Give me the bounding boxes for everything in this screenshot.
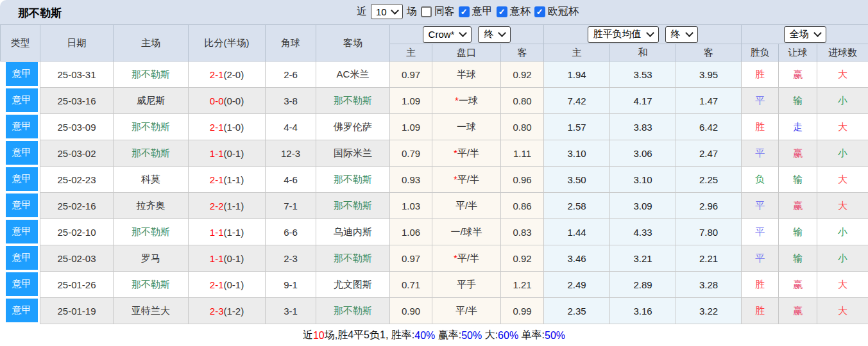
avg-win-cell: 1.57 <box>544 114 610 140</box>
result-cell: 平 <box>742 88 779 114</box>
avg-draw-cell: 3.10 <box>610 167 676 193</box>
avg-win-cell: 3.46 <box>544 245 610 272</box>
result-cell: 平 <box>742 219 779 245</box>
recent-count-select[interactable]: 10 <box>371 4 403 19</box>
table-row: 意甲25-01-19亚特兰大2-3(1-2)3-1那不勒斯0.90平/半0.99… <box>1 298 868 324</box>
sub-header-odds-away: 客 <box>501 44 544 62</box>
away-team-cell: 乌迪内斯 <box>316 219 390 245</box>
same-venue-checkbox[interactable]: ✓ <box>421 6 432 17</box>
league-cell: 意甲 <box>1 62 40 88</box>
avg-win-cell: 2.35 <box>544 298 610 324</box>
away-team-cell: 国际米兰 <box>316 140 390 167</box>
avg-win-cell: 1.44 <box>544 219 610 245</box>
away-odds-cell: 0.96 <box>501 167 544 193</box>
star-icon: * <box>454 147 457 158</box>
avg-lose-cell: 3.95 <box>676 62 742 88</box>
table-row: 意甲25-03-16威尼斯0-0(0-0)3-8那不勒斯1.09*一球0.807… <box>1 88 868 114</box>
handicap-cell: 平/半 <box>432 193 501 219</box>
league-cell: 意甲 <box>1 88 40 114</box>
table-row: 意甲25-02-16拉齐奥2-2(1-1)7-1那不勒斯1.03平/半0.862… <box>1 193 868 219</box>
avg-draw-cell: 3.53 <box>610 62 676 88</box>
result-cell: 平 <box>742 140 779 167</box>
check-icon: ✓ <box>536 8 543 16</box>
odds-company-select[interactable]: Crow* <box>423 26 472 43</box>
league-cell: 意甲 <box>1 193 40 219</box>
sub-header-handicap-result: 让球 <box>779 44 817 62</box>
coppa-italia-checkbox[interactable]: ✓ <box>497 6 507 17</box>
away-odds-cell: 0.80 <box>501 114 544 140</box>
goals-cell: 小 <box>817 140 868 167</box>
avg-type-select[interactable]: 胜平负均值 <box>588 26 659 43</box>
avg-draw-cell: 3.16 <box>610 298 676 324</box>
handicap-cell: 半球 <box>432 62 501 88</box>
avg-lose-cell: 3.28 <box>676 272 742 298</box>
home-team-cell: 拉齐奥 <box>114 193 189 219</box>
filter-same-venue[interactable]: ✓ 同客 <box>421 5 455 19</box>
star-icon: * <box>455 95 459 106</box>
handicap-result-cell: 输 <box>779 88 817 114</box>
handicap-result-cell: 输 <box>779 219 817 245</box>
result-cell: 平 <box>742 245 779 272</box>
chevron-down-icon <box>646 29 654 37</box>
result-cell: 胜 <box>742 298 779 324</box>
handicap-result-cell: 赢 <box>779 272 817 298</box>
home-odds-cell: 1.09 <box>390 114 432 140</box>
avg-lose-cell: 3.22 <box>676 298 742 324</box>
match-scope-value: 全场 <box>790 28 809 40</box>
date-cell: 25-03-16 <box>40 88 114 114</box>
home-odds-cell: 0.79 <box>390 140 432 167</box>
corners-cell: 12-3 <box>266 140 316 167</box>
league-badge: 意甲 <box>6 115 38 138</box>
sub-header-odds-home: 主 <box>390 44 432 62</box>
score-cell: 2-1(2-0) <box>189 62 266 88</box>
result-cell: 胜 <box>742 114 779 140</box>
summary-segment: 大: <box>482 329 498 342</box>
league-badge: 意甲 <box>6 220 38 243</box>
away-odds-cell: 0.92 <box>501 62 544 88</box>
league-cell: 意甲 <box>1 272 40 298</box>
summary-segment: 50% <box>545 330 565 342</box>
col-header-type: 类型 <box>1 25 40 62</box>
avg-lose-cell: 1.47 <box>676 88 742 114</box>
filter-coppa-italia[interactable]: ✓ 意杯 <box>497 5 531 19</box>
match-scope-select[interactable]: 全场 <box>784 26 826 43</box>
score-cell: 2-3(1-2) <box>189 298 266 324</box>
league-badge: 意甲 <box>6 62 38 86</box>
page-title: 那不勒斯 <box>18 6 62 21</box>
away-team-cell: 那不勒斯 <box>316 298 390 324</box>
goals-cell: 大 <box>817 193 868 219</box>
corners-cell: 4-4 <box>266 114 316 140</box>
filter-champions-league[interactable]: ✓ 欧冠杯 <box>534 5 579 19</box>
score-cell: 1-1(0-1) <box>189 245 266 272</box>
filter-serie-a[interactable]: ✓ 意甲 <box>459 5 493 19</box>
date-cell: 25-03-09 <box>40 114 114 140</box>
avg-time-select[interactable]: 终 <box>665 26 698 43</box>
filter-bar: 近 10 场 ✓ 同客 ✓ 意甲 ✓ 意杯 ✓ 欧冠杯 <box>357 4 579 19</box>
away-odds-cell: 1.21 <box>501 272 544 298</box>
home-odds-cell: 1.09 <box>390 88 432 114</box>
odds-time-select[interactable]: 终 <box>478 26 511 43</box>
away-team-cell: 那不勒斯 <box>316 245 390 272</box>
avg-draw-cell: 3.09 <box>610 193 676 219</box>
star-icon: * <box>454 174 457 185</box>
date-cell: 25-02-03 <box>40 245 114 272</box>
result-cell: 平 <box>742 193 779 219</box>
col-header-away: 客场 <box>316 25 390 62</box>
champions-league-checkbox[interactable]: ✓ <box>534 6 545 17</box>
serie-a-checkbox[interactable]: ✓ <box>459 6 470 17</box>
home-odds-cell: 0.90 <box>390 298 432 324</box>
avg-lose-cell: 7.80 <box>676 219 742 245</box>
goals-cell: 小 <box>817 88 868 114</box>
away-odds-cell: 0.80 <box>501 88 544 114</box>
summary-segment: 40% <box>414 330 435 342</box>
goals-cell: 大 <box>817 298 868 324</box>
league-badge: 意甲 <box>6 167 38 191</box>
table-row: 意甲25-02-23科莫2-1(1-1)4-6那不勒斯0.93*平/半0.963… <box>1 167 868 193</box>
score-cell: 0-0(0-0) <box>189 88 266 114</box>
home-odds-cell: 0.71 <box>390 272 432 298</box>
summary-segment: 60% <box>498 330 518 342</box>
corners-cell: 3-8 <box>266 88 316 114</box>
date-cell: 25-01-26 <box>40 272 114 298</box>
avg-lose-cell: 2.21 <box>676 245 742 272</box>
avg-draw-cell: 4.17 <box>610 88 676 114</box>
